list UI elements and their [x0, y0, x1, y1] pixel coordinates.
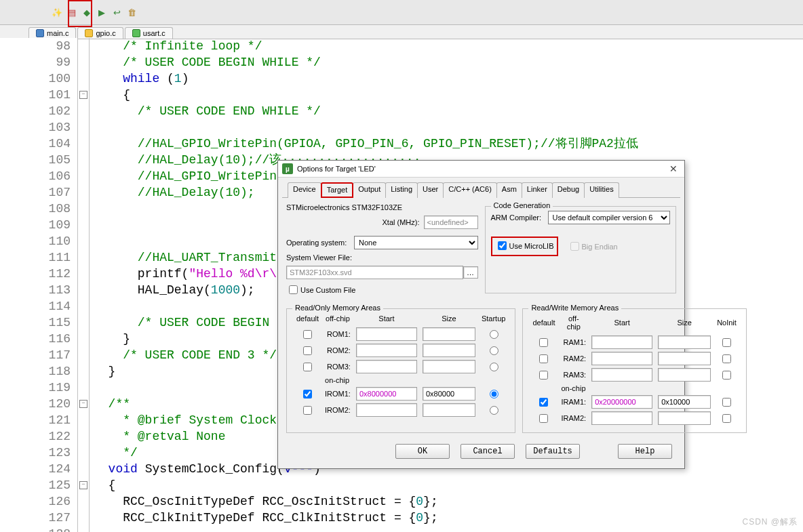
file-tabstrip: main.c gpio.c usart.c — [0, 25, 803, 39]
defaults-button[interactable]: Defaults — [526, 444, 580, 459]
dialog-buttons: OK Cancel Defaults Help — [278, 437, 684, 466]
os-label: Operating system: — [286, 239, 354, 247]
tab-user[interactable]: User — [417, 182, 444, 198]
ram-table: defaultoff-chipStartSizeNoInitRAM1:RAM2:… — [528, 313, 740, 427]
bigendian-checkbox — [570, 242, 579, 251]
tab-asm[interactable]: Asm — [496, 182, 522, 198]
cancel-button[interactable]: Cancel — [461, 444, 515, 459]
arm-label: ARM Compiler: — [491, 213, 548, 222]
dialog-title: Options for Target 'LED' — [297, 165, 376, 173]
codegen-title: Code Generation — [491, 201, 553, 209]
tab-debug[interactable]: Debug — [552, 182, 585, 198]
microlib-checkbox[interactable] — [498, 241, 507, 250]
toolbar: ✨ ▤ ◆ ▶ ↩ 🗑 — [0, 0, 803, 25]
tab-linker[interactable]: Linker — [522, 182, 553, 198]
tab-listing[interactable]: Listing — [385, 182, 418, 198]
custom-file-label: Use Custom File — [300, 286, 355, 294]
os-select[interactable]: None — [354, 236, 478, 249]
rom-table: defaultoff-chipStartSizeStartupROM1:ROM2… — [292, 313, 509, 419]
tab-target[interactable]: Target — [321, 182, 354, 198]
c-file-icon — [132, 29, 140, 37]
ok-button[interactable]: OK — [395, 444, 450, 459]
svf-browse-button[interactable]: … — [463, 266, 478, 279]
c-file-icon — [36, 29, 44, 37]
bin-icon[interactable]: 🗑 — [125, 6, 138, 18]
ram-group: Read/Write Memory Areas defaultoff-chipS… — [522, 308, 746, 433]
xtal-label: Xtal (MHz): — [383, 218, 420, 226]
tab-gpio-c[interactable]: gpio.c — [77, 27, 123, 39]
cube-icon[interactable]: ◆ — [81, 6, 93, 18]
watermark: CSDN @解系 — [742, 516, 798, 528]
svf-label: System Viewer File: — [286, 253, 352, 262]
tab-label: usart.c — [143, 29, 165, 37]
arm-compiler-select[interactable]: Use default compiler version 6 — [548, 211, 671, 224]
ram-title: Read/Write Memory Areas — [528, 304, 621, 312]
options-dialog: µ Options for Target 'LED' ✕ DeviceTarge… — [277, 160, 685, 469]
fold-column[interactable]: −−− — [78, 38, 90, 532]
xtal-input[interactable] — [424, 216, 478, 229]
help-button[interactable]: Help — [618, 444, 672, 459]
device-label: STMicroelectronics STM32F103ZE — [286, 203, 402, 211]
dialog-tabstrip: DeviceTargetOutputListingUserC/C++ (AC6)… — [282, 178, 680, 198]
go-icon[interactable]: ▶ — [96, 6, 108, 18]
tab-label: gpio.c — [96, 29, 115, 37]
undo-icon[interactable]: ↩ — [111, 6, 123, 18]
tab-label: main.c — [47, 29, 68, 37]
app-icon: µ — [282, 163, 293, 174]
codegen-group: Code Generation ARM Compiler: Use defaul… — [485, 206, 677, 293]
tab-device[interactable]: Device — [288, 182, 321, 198]
split-icon[interactable]: ▤ — [66, 6, 78, 18]
custom-file-checkbox[interactable] — [289, 285, 298, 294]
tab-output[interactable]: Output — [353, 182, 386, 198]
line-gutter: 9899100101102103104105106107108109110111… — [0, 38, 78, 532]
svf-input[interactable] — [286, 266, 463, 279]
dialog-titlebar[interactable]: µ Options for Target 'LED' ✕ — [278, 161, 684, 178]
wand-icon[interactable]: ✨ — [51, 6, 63, 18]
bigendian-label: Big Endian — [582, 243, 618, 251]
tab-main-c[interactable]: main.c — [28, 27, 76, 39]
c-file-icon — [85, 29, 93, 37]
tab-utilities[interactable]: Utilities — [584, 182, 619, 198]
tab-usart-c[interactable]: usart.c — [125, 27, 173, 39]
close-icon[interactable]: ✕ — [667, 163, 680, 174]
rom-group: Read/Only Memory Areas defaultoff-chipSt… — [286, 308, 515, 433]
rom-title: Read/Only Memory Areas — [292, 304, 383, 312]
tab-c-c-ac-[interactable]: C/C++ (AC6) — [443, 182, 497, 198]
microlib-highlight: Use MicroLIB — [491, 237, 558, 256]
microlib-label: Use MicroLIB — [509, 242, 554, 250]
